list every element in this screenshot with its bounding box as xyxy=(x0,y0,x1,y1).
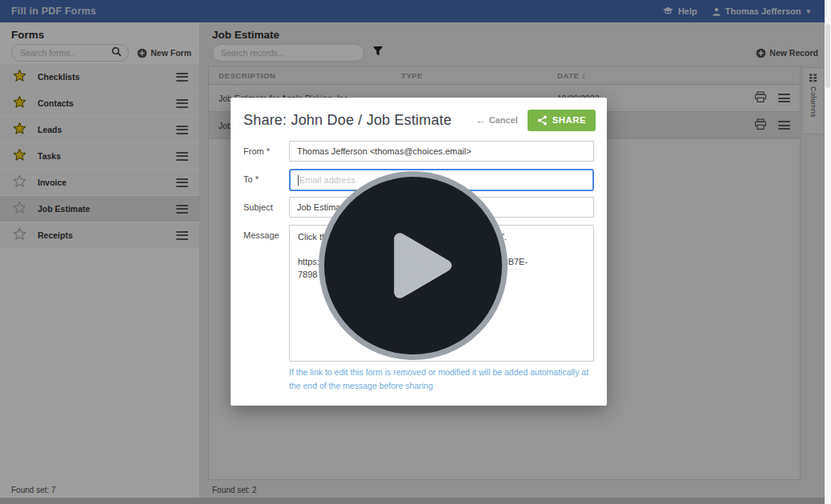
to-label: To * xyxy=(243,169,289,191)
subject-label: Subject xyxy=(243,197,289,218)
message-label: Message xyxy=(243,225,289,362)
scrollbar-thumb[interactable] xyxy=(825,24,830,88)
video-play-button[interactable] xyxy=(319,171,508,360)
vertical-scrollbar[interactable] xyxy=(825,0,831,504)
from-label: From * xyxy=(243,141,289,162)
cancel-button[interactable]: ← Cancel xyxy=(476,114,518,126)
dialog-title: Share: John Doe / Job Estimate xyxy=(243,112,476,129)
play-triangle-icon xyxy=(369,218,465,314)
share-nodes-icon xyxy=(537,115,548,126)
link-note: If the link to edit this form is removed… xyxy=(289,366,594,394)
from-value: Thomas Jefferson <thomas@choices.email> xyxy=(297,146,472,156)
text-cursor xyxy=(298,175,299,186)
from-field[interactable]: Thomas Jefferson <thomas@choices.email> xyxy=(289,141,594,162)
back-arrow-icon: ← xyxy=(476,114,486,126)
to-placeholder: Email address xyxy=(299,175,355,185)
share-button[interactable]: SHARE xyxy=(528,110,596,131)
